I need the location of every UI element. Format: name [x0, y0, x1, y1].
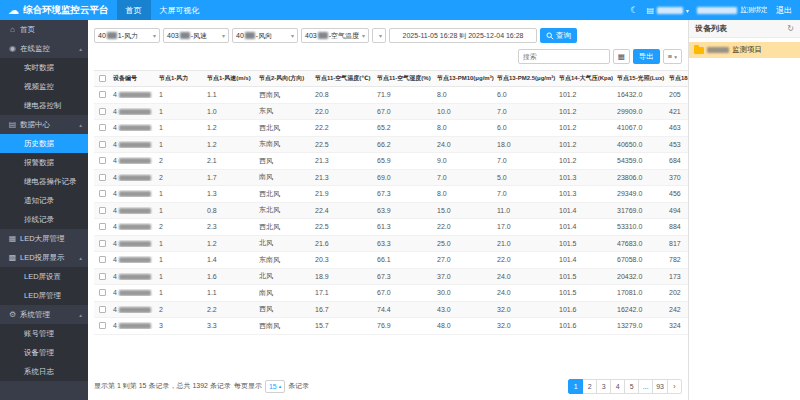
- row-checkbox[interactable]: [99, 157, 106, 164]
- sidebar-item[interactable]: 账号管理: [0, 324, 88, 343]
- sidebar-item[interactable]: 继电器操作记录: [0, 172, 88, 191]
- date-range-input[interactable]: 2025-11-05 16:28 到 2025-12-04 16:28: [389, 28, 537, 43]
- row-checkbox[interactable]: [99, 141, 106, 148]
- page-button[interactable]: 5: [624, 379, 639, 394]
- row-checkbox[interactable]: [99, 207, 106, 214]
- table-row[interactable]: 4 1 0.8 东北风 22.4 63.9 15.0 11.0 101.4 31…: [94, 203, 688, 220]
- device-id-prefix: 4: [113, 108, 117, 115]
- table-row[interactable]: 4 1 1.3 西北风 21.9 67.3 8.0 7.0 101.3 2934…: [94, 186, 688, 203]
- sidebar-item[interactable]: ▩ LED投屏显示 ▴: [0, 248, 88, 267]
- sidebar-item[interactable]: 掉线记录: [0, 210, 88, 229]
- row-checkbox[interactable]: [99, 108, 106, 115]
- column-header[interactable]: 节点15-光照(Lux): [614, 74, 666, 83]
- sidebar-item[interactable]: ⚙ 系统管理 ▴: [0, 305, 88, 324]
- node-filter-select[interactable]: 40 -风向: [232, 28, 298, 43]
- column-header[interactable]: 节点1-风力: [156, 74, 204, 83]
- row-checkbox[interactable]: [99, 174, 106, 181]
- table-row[interactable]: 4 1 1.4 东南风 20.3 66.1 27.0 22.0 101.4 67…: [94, 252, 688, 269]
- columns-toggle-button[interactable]: ≡ ▾: [663, 49, 682, 64]
- table-cell: 101.5: [556, 289, 614, 296]
- sidebar-item-label: 系统管理: [20, 310, 50, 320]
- row-checkbox[interactable]: [99, 256, 106, 263]
- node-filter-more-select[interactable]: [372, 28, 386, 43]
- search-input[interactable]: [518, 49, 610, 64]
- sidebar-item[interactable]: 继电器控制: [0, 96, 88, 115]
- sidebar-item[interactable]: ▤ 数据中心 ▴: [0, 115, 88, 134]
- table-row[interactable]: 4 3 3.3 西南风 15.7 76.9 48.0 32.0 101.6 13…: [94, 318, 688, 335]
- sidebar-item[interactable]: 通知记录: [0, 191, 88, 210]
- table-row[interactable]: 4 1 1.1 西南风 20.8 71.9 8.0 6.0 101.2 1643…: [94, 87, 688, 104]
- grid-view-button[interactable]: ▦: [613, 49, 630, 64]
- refresh-icon[interactable]: ↻: [787, 24, 794, 33]
- column-header[interactable]: 节点18-噪声: [666, 74, 688, 83]
- row-checkbox[interactable]: [99, 240, 106, 247]
- sidebar-item[interactable]: 系统日志: [0, 362, 88, 381]
- table-row[interactable]: 4 1 1.0 东风 22.0 67.0 10.0 7.0 101.2 2990…: [94, 104, 688, 121]
- navbar-menu-item[interactable]: 大屏可视化: [151, 0, 209, 20]
- table-row[interactable]: 4 2 2.3 西北风 22.5 61.3 22.0 17.0 101.4 53…: [94, 219, 688, 236]
- table-row[interactable]: 4 1 1.2 北风 21.6 63.3 25.0 21.0 101.5 476…: [94, 236, 688, 253]
- sidebar-item[interactable]: 视频监控: [0, 77, 88, 96]
- row-checkbox[interactable]: [99, 190, 106, 197]
- page-button[interactable]: 4: [610, 379, 625, 394]
- user-menu[interactable]: 监测绑定: [697, 5, 768, 15]
- node-filter-select[interactable]: 40 1-风力: [94, 28, 160, 43]
- column-header[interactable]: 节点2-风向(方向): [256, 74, 312, 83]
- node-label: -风速: [191, 31, 207, 41]
- node-filter-selects: 40 1-风力 403 -风速 40 -风向: [94, 28, 369, 43]
- device-tree-item[interactable]: 监测项目: [689, 42, 800, 58]
- row-checkbox[interactable]: [99, 91, 106, 98]
- row-checkbox[interactable]: [99, 306, 106, 313]
- select-all-checkbox[interactable]: [99, 75, 106, 82]
- row-checkbox[interactable]: [99, 124, 106, 131]
- sidebar-item[interactable]: 实时数据: [0, 58, 88, 77]
- table-cell: 494: [666, 207, 688, 214]
- column-header[interactable]: 节点11-空气湿度(%): [374, 74, 434, 83]
- row-checkbox[interactable]: [99, 289, 106, 296]
- table-row[interactable]: 4 2 2.1 西风 21.3 65.9 9.0 7.0 101.2 54359…: [94, 153, 688, 170]
- page-button[interactable]: 1: [568, 379, 583, 394]
- node-filter-select[interactable]: 403 -风速: [163, 28, 229, 43]
- table-cell: 18.9: [312, 273, 374, 280]
- page-size-select[interactable]: 15: [265, 380, 285, 393]
- page-button[interactable]: 3: [596, 379, 611, 394]
- column-header[interactable]: 节点13-PM10(μg/m³): [434, 74, 494, 83]
- table-row[interactable]: 4 1 1.2 东南风 22.5 66.2 24.0 18.0 101.2 40…: [94, 137, 688, 154]
- page-button[interactable]: 93: [652, 379, 668, 394]
- column-header[interactable]: 节点14-大气压(Kpa): [556, 74, 614, 83]
- row-checkbox[interactable]: [99, 273, 106, 280]
- sidebar-item[interactable]: 设备管理: [0, 343, 88, 362]
- table-row[interactable]: 4 1 1.2 西北风 22.2 65.2 8.0 6.0 101.2 4106…: [94, 120, 688, 137]
- page-button[interactable]: 2: [582, 379, 597, 394]
- row-checkbox[interactable]: [99, 223, 106, 230]
- table-row[interactable]: 4 2 1.7 南风 21.3 69.0 7.0 5.0 101.3 23806…: [94, 170, 688, 187]
- column-header[interactable]: 设备编号: [110, 74, 156, 83]
- sidebar-item[interactable]: LED屏管理: [0, 286, 88, 305]
- sidebar-item[interactable]: ⌂ 首页: [0, 20, 88, 39]
- column-header[interactable]: 节点13-PM2.5(μg/m³): [494, 74, 556, 83]
- theme-toggle-icon[interactable]: ☾: [630, 5, 638, 15]
- table-row[interactable]: 4 2 2.2 西风 16.7 74.4 43.0 32.0 101.6 162…: [94, 302, 688, 319]
- sidebar-item[interactable]: 报警数据: [0, 153, 88, 172]
- node-id-redacted: [245, 32, 255, 39]
- project-selector[interactable]: ▤: [646, 6, 689, 15]
- page-button[interactable]: ...: [638, 379, 653, 394]
- column-header[interactable]: 节点1-风速(m/s): [204, 74, 256, 83]
- sidebar-item[interactable]: ▦ LED大屏管理: [0, 229, 88, 248]
- row-checkbox[interactable]: [99, 322, 106, 329]
- sidebar-item[interactable]: 历史数据: [0, 134, 88, 153]
- navbar-menu-item[interactable]: 首页: [117, 0, 151, 20]
- page-button[interactable]: ›: [667, 379, 682, 394]
- sidebar-item[interactable]: LED屏设置: [0, 267, 88, 286]
- query-button[interactable]: 查询: [540, 28, 577, 43]
- column-header[interactable]: 节点11-空气温度(℃): [312, 74, 374, 83]
- table-row[interactable]: 4 1 1.6 北风 18.9 67.3 37.0 24.0 101.5 204…: [94, 269, 688, 286]
- sidebar-item-label: LED投屏显示: [20, 253, 65, 263]
- table-row[interactable]: 4 1 1.1 南风 17.1 67.0 30.0 24.0 101.5 170…: [94, 285, 688, 302]
- table-cell: 西北风: [256, 222, 312, 232]
- sidebar-item[interactable]: ◉ 在线监控 ▴: [0, 39, 88, 58]
- logout-button[interactable]: 退出: [776, 5, 792, 16]
- device-id-redacted: [119, 257, 151, 263]
- export-button[interactable]: 导出: [633, 49, 660, 64]
- node-filter-select[interactable]: 403 -空气温度: [301, 28, 369, 43]
